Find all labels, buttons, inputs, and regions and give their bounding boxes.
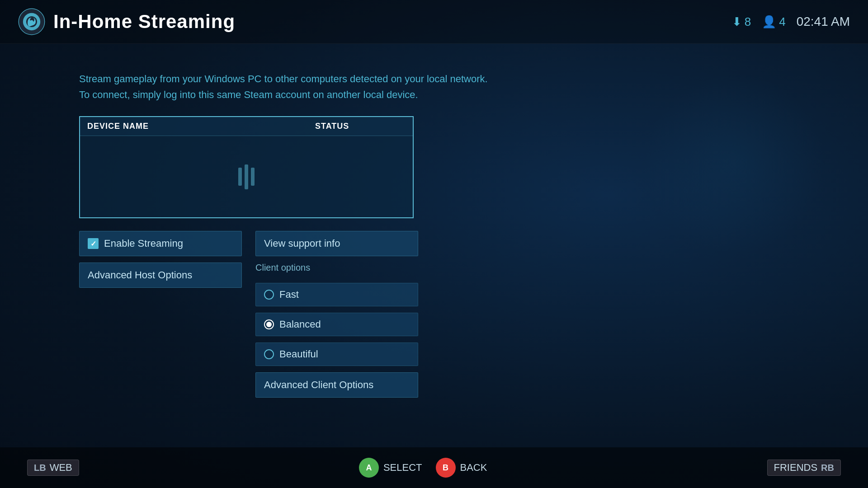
- col-status: STATUS: [315, 122, 406, 131]
- view-support-label: View support info: [264, 238, 340, 249]
- advanced-host-button[interactable]: Advanced Host Options: [79, 263, 242, 288]
- col-device-name: DEVICE NAME: [87, 122, 315, 131]
- table-header: DEVICE NAME STATUS: [80, 117, 413, 136]
- friends-icon: 👤: [762, 15, 776, 29]
- radio-beautiful[interactable]: Beautiful: [255, 343, 418, 366]
- header: In-Home Streaming ⬇ 8 👤 4 02:41 AM: [0, 0, 868, 44]
- enable-streaming-label: Enable Streaming: [104, 238, 183, 249]
- web-label: WEB: [50, 462, 72, 474]
- select-action: A SELECT: [359, 458, 422, 478]
- device-table: DEVICE NAME STATUS: [79, 116, 414, 218]
- lb-web-badge[interactable]: LB WEB: [27, 460, 79, 476]
- advanced-client-button[interactable]: Advanced Client Options: [255, 372, 418, 398]
- back-action: B BACK: [436, 458, 487, 478]
- friends-rb-badge[interactable]: FRIENDS RB: [767, 460, 841, 476]
- lb-label: LB: [34, 463, 46, 473]
- select-label: SELECT: [383, 462, 422, 474]
- right-column: View support info Client options Fast Ba…: [255, 231, 418, 398]
- loading-bar-2: [245, 164, 248, 189]
- footer-right: FRIENDS RB: [767, 460, 841, 476]
- loading-bar-3: [251, 168, 255, 186]
- radio-balanced-indicator: [264, 319, 274, 329]
- friends-group: 👤 4: [762, 15, 785, 29]
- view-support-button[interactable]: View support info: [255, 231, 418, 256]
- rb-label: RB: [821, 463, 834, 473]
- header-right: ⬇ 8 👤 4 02:41 AM: [732, 14, 850, 29]
- radio-beautiful-indicator: [264, 349, 274, 359]
- enable-streaming-button[interactable]: Enable Streaming: [79, 231, 242, 256]
- loading-indicator: [238, 164, 255, 189]
- friends-footer-label: FRIENDS: [774, 462, 818, 474]
- description-line2: To connect, simply log into this same St…: [79, 87, 789, 103]
- main-content: Stream gameplay from your Windows PC to …: [0, 44, 868, 425]
- radio-fast[interactable]: Fast: [255, 283, 418, 306]
- radio-balanced[interactable]: Balanced: [255, 313, 418, 336]
- back-label: BACK: [460, 462, 487, 474]
- streaming-checkbox: [88, 238, 99, 249]
- table-body: [80, 136, 413, 217]
- left-column: Enable Streaming Advanced Host Options: [79, 231, 242, 398]
- buttons-area: Enable Streaming Advanced Host Options V…: [79, 231, 789, 398]
- loading-bar-1: [238, 168, 242, 186]
- download-icon: ⬇: [732, 15, 742, 29]
- footer: LB WEB A SELECT B BACK FRIENDS RB: [0, 447, 868, 488]
- download-group: ⬇ 8: [732, 15, 751, 29]
- friends-count: 4: [779, 15, 785, 29]
- clock: 02:41 AM: [797, 14, 850, 29]
- description: Stream gameplay from your Windows PC to …: [79, 71, 789, 103]
- steam-logo: [18, 8, 45, 35]
- radio-balanced-label: Balanced: [279, 319, 321, 330]
- page-title: In-Home Streaming: [53, 11, 235, 33]
- b-button[interactable]: B: [436, 458, 456, 478]
- description-line1: Stream gameplay from your Windows PC to …: [79, 71, 789, 87]
- advanced-host-label: Advanced Host Options: [88, 269, 192, 281]
- footer-left: LB WEB: [27, 460, 79, 476]
- svg-point-4: [30, 20, 33, 23]
- footer-center: A SELECT B BACK: [359, 458, 487, 478]
- radio-fast-indicator: [264, 290, 274, 300]
- client-options-label: Client options: [255, 263, 418, 275]
- radio-beautiful-label: Beautiful: [279, 348, 318, 360]
- header-left: In-Home Streaming: [18, 8, 235, 35]
- download-count: 8: [745, 15, 751, 29]
- advanced-client-label: Advanced Client Options: [264, 379, 373, 391]
- radio-fast-label: Fast: [279, 289, 299, 300]
- a-button[interactable]: A: [359, 458, 379, 478]
